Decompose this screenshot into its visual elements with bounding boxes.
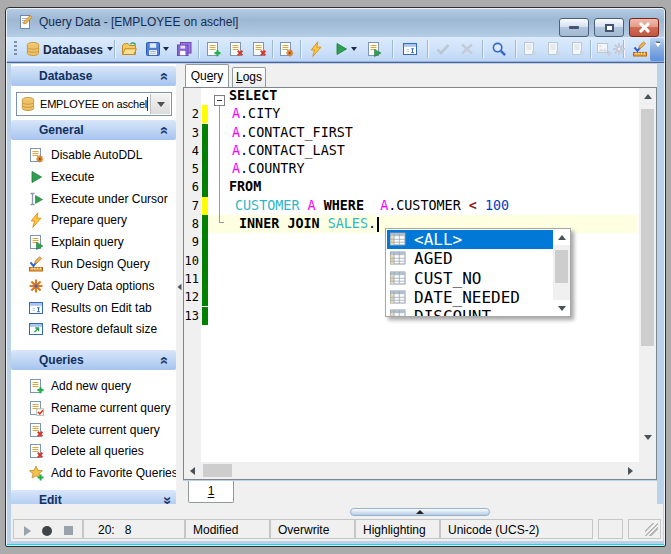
change-bar-green [202,288,208,306]
acscroll-thumb[interactable] [555,250,568,283]
doc-gear-icon [28,147,44,163]
collapse-icon[interactable]: « [156,72,173,80]
delete-all-queries-button[interactable] [249,39,269,59]
toolbar-separator [590,40,591,58]
sidebar: Database«EMPLOYEE on aschelGeneral«Disab… [11,64,176,517]
line-number-4: 4 [184,142,199,160]
scroll-left-icon[interactable] [184,462,201,479]
results-splitter-handle[interactable] [350,508,490,516]
text-caret [377,217,379,232]
sidebar-item-execute-under-cursor[interactable]: Execute under Cursor [11,188,176,210]
autocomplete-item-aged[interactable]: AGED [387,249,553,268]
status-modified: Modified [185,519,270,539]
scroll-up-icon[interactable] [639,88,656,105]
sidebar-item-explain-query[interactable]: Explain query [11,231,176,253]
table-icon [390,271,406,286]
sidebar-item-disable-autoddl-label: Disable AutoDDL [51,148,142,162]
tab-logs[interactable]: Logs [232,67,266,87]
scroll-down-icon[interactable] [639,429,656,446]
open-query-button[interactable] [119,39,139,59]
autocomplete-item-custno[interactable]: CUST_NO [387,269,553,288]
save-dropdown-icon[interactable] [163,47,169,51]
export2-gray-button [544,39,564,59]
results-on-edit-tab-button[interactable] [400,39,420,59]
sidebar-item-results-on-edit-tab[interactable]: Results on Edit tab [11,297,176,319]
sidebar-item-add-to-favorite-queries-label: Add to Favorite Queries [51,466,178,480]
line-number-8: 8 [184,215,199,233]
title-bar[interactable]: Query Data - [EMPLOYEE on aschel] [6,8,665,37]
resize-grip[interactable] [645,523,658,536]
find-button[interactable] [489,39,509,59]
database-combo-value: EMPLOYEE on aschel [40,98,147,110]
toolbar-overflow-button[interactable]: » [650,38,665,61]
editor-vertical-scrollbar[interactable] [639,88,656,463]
sidebar-item-delete-current-query[interactable]: Delete current query [11,419,176,441]
sidebar-item-run-design-query[interactable]: Run Design Query [11,253,176,275]
scroll-up-icon[interactable] [553,229,570,245]
query-data-options-button[interactable] [276,39,296,59]
vscroll-thumb[interactable] [641,109,654,346]
run-design-query-button[interactable] [630,39,650,59]
sidebar-item-add-new-query[interactable]: Add new query [11,375,176,397]
code-line-4: A.CONTACT_LAST [208,142,638,160]
sidebar-item-execute[interactable]: Execute [11,166,176,188]
new-query-button[interactable] [203,39,223,59]
hscroll-thumb[interactable] [203,464,232,477]
sidebar-item-query-data-options[interactable]: Query Data options [11,275,176,297]
combo-dropdown-button[interactable] [150,94,170,114]
close-button[interactable] [629,18,659,37]
toolbar-separator [392,40,393,58]
sidebar-item-add-to-favorite-queries[interactable]: Add to Favorite Queries [11,462,176,484]
toolbar-separator [114,40,115,58]
sidebar-item-disable-autoddl[interactable]: Disable AutoDDL [11,144,176,166]
settings-gray-button [609,39,629,59]
database-icon [20,96,36,112]
fold-line-foot [219,222,224,223]
execute-button[interactable] [331,39,351,59]
database-combo[interactable]: EMPLOYEE on aschel [16,92,172,116]
exec-cursor-icon [28,191,44,207]
sidebar-header-general[interactable]: General« [11,120,176,140]
sidebar-header-queries[interactable]: Queries« [11,350,176,370]
collapse-icon[interactable]: « [156,126,173,134]
sidebar-item-rename-current-query[interactable]: Rename current query [11,397,176,419]
autocomplete-item-dateneeded[interactable]: DATE_NEEDED [387,288,553,307]
sidebar-splitter[interactable] [176,64,183,510]
autocomplete-item-all[interactable]: <ALL> [387,230,553,249]
minimize-button[interactable] [559,18,589,37]
toolbar-separator [300,40,301,58]
scroll-right-icon[interactable] [622,462,639,479]
sidebar-item-prepare-query[interactable]: Prepare query [11,209,176,231]
prepare-query-button[interactable] [306,39,326,59]
fold-collapse-icon[interactable] [214,95,225,106]
query-page-tab-1[interactable]: 1 [188,481,234,503]
content-divider [6,62,665,63]
sidebar-item-results-on-edit-tab-label: Results on Edit tab [51,301,152,315]
execute-dropdown-icon[interactable] [351,47,357,51]
autocomplete-scrollbar[interactable] [553,229,570,316]
databases-dropdown-icon[interactable] [107,47,113,51]
sidebar-item-delete-all-queries[interactable]: Delete all queries [11,440,176,462]
tab-query[interactable]: Query [185,64,229,87]
save-all-button[interactable] [174,39,194,59]
change-bar-green [202,270,208,288]
explain-query-button[interactable] [364,39,384,59]
window-bottom-glow [6,544,665,546]
sidebar-item-restore-default-size[interactable]: Restore default size [11,318,176,340]
toolbar-grip[interactable] [14,41,17,57]
databases-menu-icon[interactable] [23,39,43,59]
sidebar-header-database[interactable]: Database« [11,66,176,86]
restore-button[interactable] [594,18,624,37]
status-debug-cell [13,519,83,539]
editor-horizontal-scrollbar[interactable] [184,462,639,479]
toolbar-separator [427,40,428,58]
databases-menu-label[interactable]: Databases [43,43,103,57]
delete-query-button[interactable] [226,39,246,59]
export-gray-button [520,39,540,59]
collapse-icon[interactable]: « [156,356,173,364]
doc-x-icon [28,422,44,438]
scroll-down-icon[interactable] [553,300,570,316]
autocomplete-popup[interactable]: <ALL>AGEDCUST_NODATE_NEEDEDDISCOUNT [385,228,571,317]
save-query-button[interactable] [143,39,163,59]
autocomplete-item-discount[interactable]: DISCOUNT [387,307,553,317]
